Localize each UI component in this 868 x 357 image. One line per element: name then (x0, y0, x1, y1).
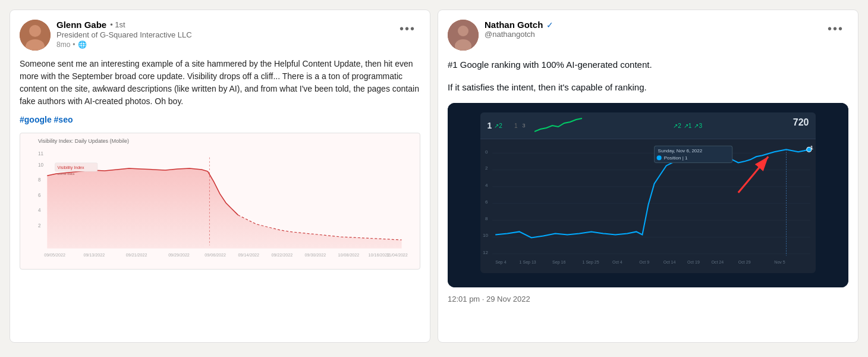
visibility-chart: Visibility Index: Daily Updates (Mobile)… (20, 133, 420, 270)
arrow-4: ↗3 (694, 123, 702, 129)
svg-text:Oct 19: Oct 19 (687, 260, 700, 264)
more-options-button-right[interactable]: ••• (823, 20, 848, 38)
svg-text:09/30/2022: 09/30/2022 (305, 253, 326, 258)
svg-point-25 (458, 26, 468, 36)
svg-text:Position |   1: Position | 1 (663, 155, 687, 161)
user-details: Glenn Gabe • 1st President of G-Squared … (56, 20, 192, 49)
chart-title: Visibility Index: Daily Updates (Mobile) (38, 138, 414, 144)
svg-text:09/29/2022: 09/29/2022 (168, 253, 190, 258)
user-name-row-right: Nathan Gotch ✓ (485, 20, 553, 30)
svg-text:2: 2 (38, 223, 41, 228)
svg-text:1: 1 (810, 145, 813, 151)
svg-text:4: 4 (38, 208, 41, 213)
svg-text:Oct 4: Oct 4 (612, 260, 622, 264)
svg-text:09/21/2022: 09/21/2022 (126, 253, 147, 258)
svg-text:0: 0 (485, 149, 488, 155)
dashboard-panel: 1 ↗2 1 3 ↗2 ↗1 ↗3 (480, 112, 816, 273)
svg-point-1 (29, 25, 41, 37)
svg-text:09/05/2022: 09/05/2022 (44, 253, 65, 258)
user-title: President of G-Squared Interactive LLC (56, 30, 192, 39)
post-header-right: Nathan Gotch ✓ @nathangotch ••• (448, 20, 848, 51)
arrow-3: ↗1 (684, 123, 692, 129)
arrow-up-1: ↗2 (494, 123, 502, 129)
svg-text:11: 11 (38, 151, 44, 156)
svg-text:11/04/2022: 11/04/2022 (386, 253, 408, 258)
post-body: Someone sent me an interesting example o… (20, 58, 420, 108)
svg-point-57 (656, 155, 661, 160)
user-info-section-right: Nathan Gotch ✓ @nathangotch (448, 20, 553, 51)
screenshot-inner: 1 ↗2 1 3 ↗2 ↗1 ↗3 (448, 103, 848, 287)
globe-icon: 🌐 (78, 40, 87, 49)
user-info-section: Glenn Gabe • 1st President of G-Squared … (20, 20, 192, 51)
svg-text:6: 6 (485, 199, 488, 205)
avatar[interactable] (20, 20, 51, 51)
user-name[interactable]: Glenn Gabe (56, 20, 106, 30)
chart-svg: 11 10 8 6 4 2 09/05/2022 09/13/2022 09/2… (38, 146, 414, 259)
connection-degree: • 1st (110, 20, 125, 29)
svg-text:some data: some data (58, 171, 75, 176)
hashtags[interactable]: #google #seo (20, 115, 420, 124)
gsc-chart-svg: 0 2 4 6 8 10 12 Sep 4 1 Sep 13 Sep 16 1 … (480, 139, 816, 270)
gsc-screenshot: 1 ↗2 1 3 ↗2 ↗1 ↗3 (448, 103, 848, 287)
svg-text:09/14/2022: 09/14/2022 (238, 253, 259, 258)
avatar-image (20, 20, 51, 51)
svg-text:1 Sep 13: 1 Sep 13 (519, 260, 536, 265)
svg-text:6: 6 (38, 193, 41, 198)
svg-text:Oct 29: Oct 29 (738, 260, 750, 264)
right-post-card: Nathan Gotch ✓ @nathangotch ••• #1 Googl… (438, 10, 858, 343)
svg-text:09/22/2022: 09/22/2022 (271, 253, 293, 258)
svg-text:4: 4 (485, 183, 488, 188)
metric-2: 1 3 (512, 117, 526, 134)
user-details-right: Nathan Gotch ✓ @nathangotch (485, 20, 553, 39)
post-header-left: Glenn Gabe • 1st President of G-Squared … (20, 20, 420, 51)
svg-text:Sep 16: Sep 16 (552, 260, 565, 265)
post-meta: 8mo • 🌐 (56, 40, 192, 49)
svg-text:Sunday, Nov 6, 2022: Sunday, Nov 6, 2022 (658, 148, 702, 154)
svg-text:Oct 14: Oct 14 (663, 260, 675, 264)
metric-val-1: 1 (488, 121, 492, 130)
svg-text:8: 8 (38, 177, 41, 183)
chart-area: 0 2 4 6 8 10 12 Sep 4 1 Sep 13 Sep 16 1 … (480, 139, 816, 270)
metric-720: 720 (793, 117, 809, 134)
metric-3: ↗2 ↗1 ↗3 (673, 117, 702, 134)
svg-text:10/08/2022: 10/08/2022 (338, 253, 360, 258)
svg-text:09/13/2022: 09/13/2022 (83, 253, 105, 258)
svg-text:Visibility Index: Visibility Index (58, 165, 84, 170)
tweet-text-line2: If it satisfies the intent, then it's ca… (448, 80, 848, 95)
left-post-card: Glenn Gabe • 1st President of G-Squared … (10, 10, 430, 343)
svg-text:Oct 9: Oct 9 (639, 260, 649, 264)
mini-chart (534, 117, 582, 134)
svg-text:2: 2 (485, 165, 488, 171)
user-handle: @nathangotch (485, 30, 553, 39)
tweet-timestamp: 12:01 pm · 29 Nov 2022 (448, 295, 848, 303)
tweet-text-line1: #1 Google ranking with 100% AI-generated… (448, 58, 848, 72)
svg-text:12: 12 (483, 250, 488, 255)
dashboard-header: 1 ↗2 1 3 ↗2 ↗1 ↗3 (480, 112, 816, 139)
svg-text:10: 10 (483, 233, 488, 238)
arrow-2: ↗2 (673, 123, 681, 129)
user-name-row: Glenn Gabe • 1st (56, 20, 192, 30)
svg-text:Nov 5: Nov 5 (774, 260, 785, 264)
user-name-right[interactable]: Nathan Gotch (485, 20, 543, 30)
svg-text:09/06/2022: 09/06/2022 (205, 253, 226, 258)
svg-text:10: 10 (38, 162, 44, 168)
svg-text:1 Sep 25: 1 Sep 25 (582, 260, 599, 265)
svg-text:8: 8 (485, 216, 488, 221)
avatar-right[interactable] (448, 20, 479, 51)
metric-1: 1 ↗2 (488, 117, 502, 134)
svg-text:Sep 4: Sep 4 (495, 260, 506, 265)
svg-text:Oct 24: Oct 24 (711, 260, 724, 264)
avatar-image-right (448, 20, 479, 51)
more-options-button[interactable]: ••• (395, 20, 420, 38)
verified-icon: ✓ (546, 20, 553, 30)
